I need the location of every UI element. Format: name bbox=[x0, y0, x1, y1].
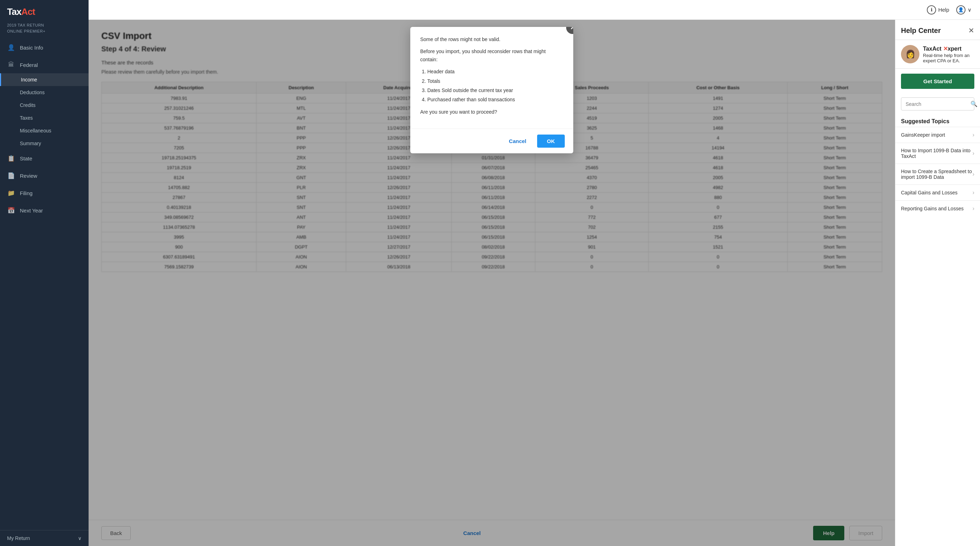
sidebar-item-income[interactable]: Income bbox=[0, 73, 89, 86]
content-area: CSV Import Step 4 of 4: Review These are… bbox=[89, 20, 980, 546]
state-icon: 📋 bbox=[7, 155, 15, 162]
search-input[interactable] bbox=[905, 101, 967, 107]
help-button[interactable]: ℹ Help bbox=[927, 5, 949, 14]
user-menu[interactable]: 👤 ∨ bbox=[956, 5, 972, 14]
topic-item[interactable]: GainsKeeper import› bbox=[895, 127, 980, 143]
modal-list-item: Header data bbox=[427, 68, 563, 75]
sidebar-item-summary[interactable]: Summary bbox=[0, 137, 89, 150]
user-icon: 👤 bbox=[956, 5, 966, 14]
modal-instruction: Before you import, you should reconsider… bbox=[420, 48, 563, 63]
review-icon: 📄 bbox=[7, 172, 15, 179]
sidebar-nav: 👤 Basic Info 🏛 Federal Income Deductions… bbox=[0, 39, 89, 530]
warning-modal: ✕ Some of the rows might not be valid. B… bbox=[410, 27, 573, 153]
modal-warning-text: Some of the rows might not be valid. bbox=[420, 35, 563, 43]
modal-overlay: ✕ Some of the rows might not be valid. B… bbox=[89, 20, 895, 546]
sidebar-item-basic-info[interactable]: 👤 Basic Info bbox=[0, 39, 89, 56]
topic-item[interactable]: How to Create a Spreadsheet to import 10… bbox=[895, 163, 980, 184]
expert-banner: 👩 TaxAct ✕xpert Real-time help from an e… bbox=[895, 40, 980, 69]
sidebar-footer[interactable]: My Return ∨ bbox=[0, 530, 89, 546]
chevron-down-icon: ∨ bbox=[78, 535, 81, 541]
federal-icon: 🏛 bbox=[7, 61, 15, 68]
modal-question: Are you sure you want to proceed? bbox=[420, 108, 563, 116]
modal-cancel-button[interactable]: Cancel bbox=[503, 135, 532, 148]
sidebar-item-next-year[interactable]: 📅 Next Year bbox=[0, 202, 89, 219]
help-panel-title: Help Center bbox=[901, 27, 941, 35]
help-close-button[interactable]: ✕ bbox=[968, 26, 974, 35]
topic-item[interactable]: Reporting Gains and Losses› bbox=[895, 200, 980, 216]
chevron-right-icon: › bbox=[972, 171, 974, 178]
sidebar-subtitle: 2019 TAX RETURN ONLINE PREMIER+ bbox=[0, 21, 89, 39]
sidebar-item-miscellaneous[interactable]: Miscellaneous bbox=[0, 124, 89, 137]
search-box: 🔍 bbox=[901, 97, 974, 111]
sidebar-item-deductions[interactable]: Deductions bbox=[0, 86, 89, 99]
expert-desc: Real-time help from an expert CPA or EA. bbox=[923, 53, 970, 63]
help-panel-header: Help Center ✕ bbox=[895, 20, 980, 40]
filing-icon: 📁 bbox=[7, 189, 15, 197]
chevron-right-icon: › bbox=[972, 205, 974, 212]
topic-item[interactable]: How to Import 1099-B Data into TaxAct› bbox=[895, 143, 980, 163]
modal-ok-button[interactable]: OK bbox=[537, 135, 565, 148]
suggested-topics-title: Suggested Topics bbox=[895, 114, 980, 127]
sidebar-item-state[interactable]: 📋 State bbox=[0, 150, 89, 167]
modal-list-item: Purchased rather than sold transactions bbox=[427, 95, 563, 103]
modal-list-item: Dates Sold outside the current tax year bbox=[427, 86, 563, 94]
avatar: 👩 bbox=[901, 45, 920, 63]
get-started-button[interactable]: Get Started bbox=[901, 74, 974, 89]
sidebar-item-filing[interactable]: 📁 Filing bbox=[0, 184, 89, 202]
next-year-icon: 📅 bbox=[7, 207, 15, 214]
modal-footer: Cancel OK bbox=[410, 129, 573, 153]
person-icon: 👤 bbox=[7, 44, 15, 51]
chevron-right-icon: › bbox=[972, 189, 974, 196]
sidebar-item-credits[interactable]: Credits bbox=[0, 99, 89, 111]
expert-info: TaxAct ✕xpert Real-time help from an exp… bbox=[923, 45, 970, 63]
sidebar-item-review[interactable]: 📄 Review bbox=[0, 167, 89, 184]
topic-item[interactable]: Capital Gains and Losses› bbox=[895, 184, 980, 200]
modal-body: Some of the rows might not be valid. Bef… bbox=[410, 27, 573, 129]
chevron-right-icon: › bbox=[972, 150, 974, 157]
modal-list-item: Totals bbox=[427, 77, 563, 85]
modal-items-list: Header dataTotalsDates Sold outside the … bbox=[420, 68, 563, 104]
chevron-right-icon: › bbox=[972, 132, 974, 138]
main-content: ℹ Help 👤 ∨ CSV Import Step 4 of 4: Revie… bbox=[89, 0, 980, 546]
logo: TaxAct bbox=[0, 0, 89, 21]
search-icon: 🔍 bbox=[970, 100, 977, 107]
sidebar-item-federal[interactable]: 🏛 Federal bbox=[0, 56, 89, 73]
top-header: ℹ Help 👤 ∨ bbox=[89, 0, 980, 20]
help-panel: Help Center ✕ 👩 TaxAct ✕xpert Real-time … bbox=[895, 20, 980, 546]
topics-list: GainsKeeper import›How to Import 1099-B … bbox=[895, 127, 980, 216]
info-icon: ℹ bbox=[927, 5, 936, 14]
sidebar-item-taxes[interactable]: Taxes bbox=[0, 111, 89, 124]
chevron-down-icon: ∨ bbox=[967, 7, 972, 13]
sidebar: TaxAct 2019 TAX RETURN ONLINE PREMIER+ 👤… bbox=[0, 0, 89, 546]
